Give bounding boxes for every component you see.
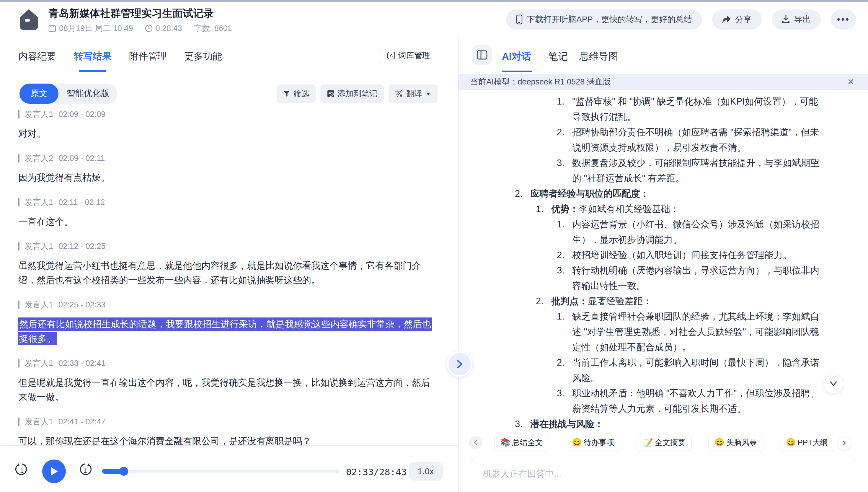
tab-attachments[interactable]: 附件管理 bbox=[129, 50, 167, 63]
list-number: 2. bbox=[536, 294, 543, 309]
scroll-down-button[interactable] bbox=[824, 374, 843, 393]
tab-notes[interactable]: 笔记 bbox=[548, 50, 568, 63]
speed-button[interactable]: 1.0x bbox=[409, 462, 443, 481]
home-icon[interactable] bbox=[18, 8, 40, 31]
duration-text: 0:28:43 bbox=[156, 24, 182, 33]
chips-scroll-right-button[interactable] bbox=[837, 436, 851, 450]
speaker-time: 02:33 - 02:41 bbox=[58, 359, 105, 368]
quick-action-chip[interactable]: 😄PPT大纲 bbox=[780, 433, 834, 452]
quick-action-chip[interactable]: 📝全文摘要 bbox=[637, 433, 692, 452]
close-icon[interactable]: ✕ bbox=[847, 77, 854, 87]
forward-icon[interactable]: 1 bbox=[78, 463, 92, 478]
ai-response-content[interactable]: 1."监督审核" 和 "协调" 缺乏量化标准（如KPI如何设置），可能导致执行混… bbox=[459, 94, 823, 431]
quick-action-chip[interactable]: 📚总结全文 bbox=[494, 433, 549, 452]
speaker-bar bbox=[18, 110, 20, 119]
chip-label: 待办事项 bbox=[583, 437, 614, 448]
speaker-name: 发言人1 bbox=[25, 110, 53, 120]
transcript-text: 虽然我觉得运营小红书也挺有意思，就是他他内容很多，就是比如说你看我这个事情，它有… bbox=[18, 259, 437, 287]
tab-transcription[interactable]: 转写结果 bbox=[74, 50, 111, 63]
app-window: 青岛新媒体社群管理实习生面试记录 08月19日 周二 10:49 0:28:43 bbox=[0, 0, 868, 492]
transcript-entry[interactable]: 发言人102:41 - 02:47可以，那你现在还是在这个海尔消费金融有限公司，… bbox=[18, 417, 437, 445]
speaker-row: 发言人102:41 - 02:47 bbox=[18, 417, 437, 426]
transcript-text: 可以，那你现在还是在这个海尔消费金融有限公司，是还没有离职是吗？ bbox=[18, 434, 437, 445]
svg-text:A: A bbox=[400, 93, 402, 98]
share-label: 分享 bbox=[735, 14, 752, 25]
vocab-label: 词库管理 bbox=[398, 50, 430, 61]
filter-icon bbox=[283, 90, 290, 97]
transcript-entry[interactable]: 发言人102:33 - 02:41但是呢就是我觉得一直在输出这个内容，呢，我觉得… bbox=[18, 359, 437, 404]
transcript-entry[interactable]: 发言人102:12 - 02:25虽然我觉得运营小红书也挺有意思，就是他他内容很… bbox=[18, 242, 437, 287]
chip-label: 总结全文 bbox=[512, 437, 543, 448]
svg-text:1: 1 bbox=[83, 467, 87, 474]
filter-label: 筛选 bbox=[293, 88, 309, 99]
speaker-row: 发言人202:09 - 02:11 bbox=[18, 154, 437, 163]
quick-action-chip[interactable]: 😄待办事项 bbox=[566, 433, 620, 452]
transcript-entry[interactable]: 发言人202:09 - 02:11因为我觉得有点枯燥。 bbox=[18, 154, 437, 185]
transcript-text: 对对。 bbox=[18, 126, 437, 141]
transcript-text: 因为我觉得有点枯燥。 bbox=[18, 170, 437, 185]
speaker-time: 02:09 - 02:09 bbox=[58, 110, 105, 119]
filter-button[interactable]: 筛选 bbox=[277, 84, 315, 103]
download-app-banner[interactable]: 下载打开听脑APP，更快的转写，更好的总结 bbox=[506, 9, 702, 29]
rewind-icon[interactable]: 1 bbox=[15, 463, 29, 478]
add-to-note-button[interactable]: 添加到笔记 bbox=[320, 84, 384, 103]
svg-text:A: A bbox=[390, 53, 393, 58]
page-title: 青岛新媒体社群管理实习生面试记录 bbox=[48, 6, 214, 20]
transcript-entry[interactable]: 发言人102:25 - 02:33然后还有比如说校招生成长的话题，我要跟校招生进… bbox=[18, 300, 437, 346]
ai-list-item: 1.缺乏直接管理社会兼职团队的经验，尤其线上环境；李如斌自述 "对学生管理更熟悉… bbox=[459, 309, 823, 355]
transcript-action-buttons: 筛选 添加到笔记 文 A bbox=[277, 84, 437, 103]
speaker-name: 发言人1 bbox=[25, 358, 53, 369]
header: 青岛新媒体社群管理实习生面试记录 08月19日 周二 10:49 0:28:43 bbox=[0, 2, 868, 37]
header-actions: 下载打开听脑APP，更快的转写，更好的总结 分享 导出 ••• bbox=[506, 9, 856, 29]
list-number: 2. bbox=[557, 355, 564, 370]
speaker-bar bbox=[18, 359, 20, 368]
chip-label: PPT大纲 bbox=[798, 437, 828, 448]
download-app-label: 下载打开听脑APP，更快的转写，更好的总结 bbox=[527, 14, 692, 25]
translate-button[interactable]: 文 A 翻译 ▼ bbox=[388, 84, 437, 103]
quick-action-chip[interactable]: 😄头脑风暴 bbox=[708, 433, 763, 452]
chips-scroll-left-button[interactable] bbox=[469, 436, 482, 449]
panel-toggle-button[interactable] bbox=[473, 45, 492, 65]
share-button[interactable]: 分享 bbox=[712, 9, 762, 29]
active-tab-underline bbox=[79, 70, 106, 72]
chip-emoji-icon: 📝 bbox=[643, 438, 653, 447]
transcript-entry[interactable]: 发言人102:11 - 02:12一直在这个。 bbox=[18, 198, 437, 229]
transcript-entry[interactable]: 发言人102:09 - 02:09对对。 bbox=[18, 110, 437, 141]
tab-mindmap[interactable]: 思维导图 bbox=[579, 50, 618, 63]
transcript-list[interactable]: 发言人102:09 - 02:09对对。发言人202:09 - 02:11因为我… bbox=[18, 110, 437, 445]
translate-icon: 文 A bbox=[395, 90, 403, 98]
translate-label: 翻译 bbox=[406, 88, 422, 99]
ai-list-item: 2.应聘者经验与职位的匹配度： bbox=[459, 186, 823, 201]
view-optimized-pill[interactable]: 智能优化版 bbox=[58, 88, 118, 100]
export-button[interactable]: 导出 bbox=[772, 9, 821, 29]
list-number: 1. bbox=[557, 94, 564, 109]
speaker-bar bbox=[18, 300, 20, 309]
audio-player: 1 1 02:33/28:43 1.0x bbox=[0, 445, 458, 492]
chip-label: 头脑风暴 bbox=[726, 437, 757, 448]
tab-content-summary[interactable]: 内容纪要 bbox=[18, 50, 56, 63]
ai-list-item: 1."监督审核" 和 "协调" 缺乏量化标准（如KPI如何设置），可能导致执行混… bbox=[459, 94, 823, 125]
progress-track[interactable] bbox=[102, 470, 339, 473]
tab-more-features[interactable]: 更多功能 bbox=[184, 50, 222, 63]
chat-input[interactable]: 机器人正在回答中... bbox=[471, 457, 856, 492]
right-tab-bar: AI对话 笔记 思维导图 bbox=[459, 37, 868, 74]
more-button[interactable]: ••• bbox=[831, 9, 856, 29]
transcript-text: 一直在这个。 bbox=[18, 214, 437, 229]
list-number: 3. bbox=[557, 386, 564, 401]
ai-list-item: 2.招聘协助部分责任不明确（如应聘者需 "探索招聘渠道"，但未说明资源支持或权限… bbox=[459, 125, 823, 155]
duration-item: 0:28:43 bbox=[145, 24, 182, 33]
progress-handle[interactable] bbox=[119, 467, 128, 476]
ai-list-item: 1.优势：李如斌有相关经验基础： bbox=[459, 201, 823, 217]
tab-ai-chat[interactable]: AI对话 bbox=[502, 50, 531, 63]
download-icon bbox=[782, 15, 790, 24]
active-tab-underline-right bbox=[502, 71, 532, 72]
vocab-manage-button[interactable]: A 词库管理 bbox=[379, 46, 438, 65]
ai-list-item: 2.当前工作未离职，可能影响入职时间（最快下周），隐含承诺风险。 bbox=[459, 355, 823, 386]
view-original-pill[interactable]: 原文 bbox=[20, 83, 58, 104]
chip-emoji-icon: 😄 bbox=[572, 438, 582, 447]
list-number: 1. bbox=[557, 217, 564, 232]
chip-emoji-icon: 😄 bbox=[714, 438, 724, 447]
play-button[interactable] bbox=[42, 460, 66, 483]
ai-model-text: 当前AI模型：deepseek R1 0528 满血版 bbox=[470, 76, 611, 87]
speaker-name: 发言人1 bbox=[25, 241, 53, 252]
